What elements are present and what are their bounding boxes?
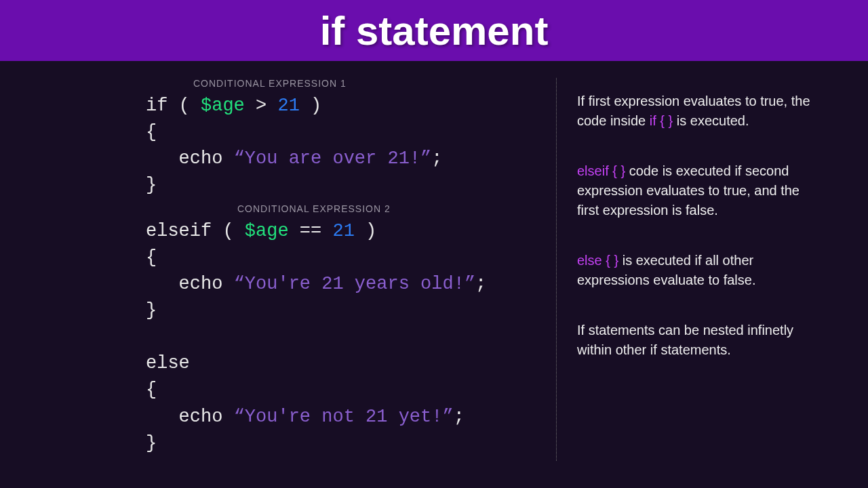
title-banner: if statement [0, 0, 868, 61]
semicolon: ; [431, 148, 442, 169]
open-paren: ( [167, 96, 201, 116]
brace-open: { [146, 380, 157, 400]
brace-open: { [146, 247, 157, 268]
brace-close: } [146, 300, 157, 321]
explain-text: If statements can be nested infinetly wi… [577, 323, 793, 357]
string-literal-2: “You're 21 years old!” [234, 274, 475, 294]
keyword-elseif: elseif [146, 221, 212, 241]
brace-open: { [146, 122, 157, 142]
inline-keyword-if: if { } [650, 113, 673, 128]
explain-text: is executed. [673, 113, 749, 128]
explain-paragraph-4: If statements can be nested infinetly wi… [577, 321, 821, 360]
echo-keyword: echo [146, 407, 234, 427]
number-21: 21 [332, 221, 354, 241]
operator-eqeq: == [289, 221, 333, 241]
conditional-label-1: CONDITIONAL EXPRESSION 1 [193, 78, 556, 89]
brace-close: } [146, 433, 157, 453]
close-paren: ) [355, 221, 376, 241]
variable-age: $age [201, 96, 245, 116]
keyword-else: else [146, 353, 190, 373]
code-block-elseif: elseif ( $age == 21 ) { echo “You're 21 … [146, 218, 556, 457]
explanation-column: If first expression evaluates to true, t… [556, 78, 868, 461]
explain-paragraph-3: else { } is executed if all other expres… [577, 251, 821, 290]
explain-paragraph-2: elseif { } code is executed if second ex… [577, 161, 821, 220]
string-literal-3: “You're not 21 yet!” [234, 407, 454, 427]
code-block-if: if ( $age > 21 ) { echo “You are over 21… [146, 93, 556, 199]
brace-close: } [146, 175, 157, 195]
inline-keyword-elseif: elseif { } [577, 163, 625, 178]
variable-age: $age [245, 221, 289, 241]
code-column: CONDITIONAL EXPRESSION 1 if ( $age > 21 … [0, 78, 556, 488]
semicolon: ; [475, 274, 486, 294]
keyword-if: if [146, 96, 167, 116]
inline-keyword-else: else { } [577, 253, 618, 268]
semicolon: ; [454, 407, 465, 427]
open-paren: ( [212, 221, 245, 241]
string-literal-1: “You are over 21!” [234, 148, 432, 169]
close-paren: ) [300, 96, 321, 116]
explain-paragraph-1: If first expression evaluates to true, t… [577, 92, 821, 131]
number-21: 21 [277, 96, 299, 116]
echo-keyword: echo [146, 274, 234, 294]
echo-keyword: echo [146, 148, 234, 169]
page-title: if statement [320, 7, 549, 54]
slide-content: CONDITIONAL EXPRESSION 1 if ( $age > 21 … [0, 61, 868, 488]
operator-gt: > [245, 96, 278, 116]
conditional-label-2: CONDITIONAL EXPRESSION 2 [237, 203, 556, 214]
